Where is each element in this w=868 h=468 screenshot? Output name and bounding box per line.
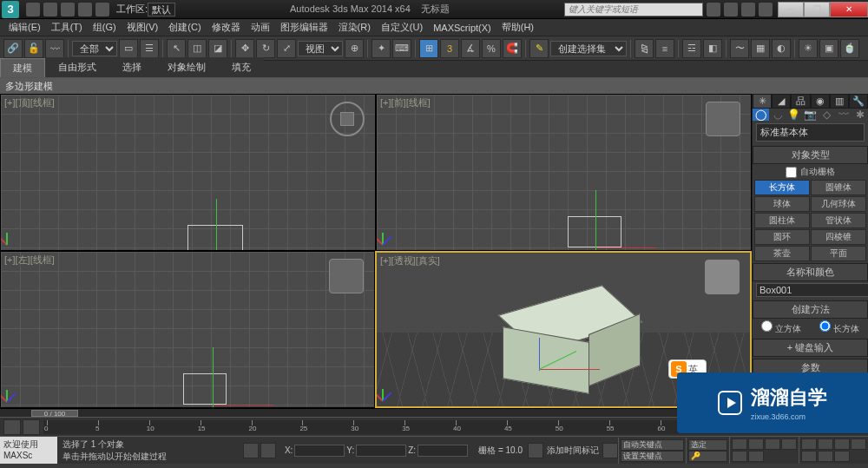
play-icon[interactable] — [765, 438, 780, 450]
pan-icon[interactable] — [801, 451, 817, 462]
modify-tab-icon[interactable]: ◢ — [772, 94, 791, 109]
help-search-input[interactable] — [564, 3, 703, 16]
menu-tools[interactable]: 工具(T) — [46, 21, 88, 34]
utilities-tab-icon[interactable]: 🔧 — [849, 94, 868, 109]
viewport-top[interactable]: [+][顶][线框] — [0, 94, 376, 251]
menu-create[interactable]: 创建(C) — [163, 21, 206, 34]
close-button[interactable]: ✕ — [830, 2, 868, 17]
snap-toggle-icon[interactable]: ⊞ — [419, 39, 438, 58]
create-tab-icon[interactable]: ✳ — [753, 94, 772, 109]
tab-freeform[interactable]: 自由形式 — [45, 57, 109, 77]
viewport-top-label[interactable]: [+][顶][线框] — [4, 96, 55, 109]
isolate-selection-icon[interactable] — [243, 443, 259, 458]
move-icon[interactable]: ✥ — [235, 39, 254, 58]
menu-customize[interactable]: 自定义(U) — [376, 21, 428, 34]
render-setup-icon[interactable]: ☀ — [799, 39, 818, 58]
teapot-button[interactable]: 茶壶 — [754, 246, 810, 261]
snap-options-icon[interactable]: 🧲 — [503, 39, 522, 58]
box-wireframe-front[interactable] — [568, 216, 621, 247]
geometry-icon[interactable]: ◯ — [753, 109, 769, 121]
viewcube-left[interactable] — [329, 259, 364, 293]
key-mode-icon[interactable]: 🔑 — [688, 451, 727, 462]
qat-open-icon[interactable] — [43, 3, 57, 16]
menu-graph-editors[interactable]: 图形编辑器 — [275, 21, 333, 34]
rendered-frame-icon[interactable]: ▣ — [819, 39, 838, 58]
rollout-object-type[interactable]: 对象类型 — [753, 146, 868, 164]
keyboard-shortcut-icon[interactable]: ⌨ — [392, 39, 411, 58]
add-time-tag[interactable]: 添加时间标记 — [543, 445, 602, 457]
zoom-all-icon[interactable] — [818, 438, 833, 450]
edit-selection-set-icon[interactable]: ✎ — [529, 39, 549, 58]
shapes-icon[interactable]: ◡ — [769, 109, 786, 121]
select-region-icon[interactable]: ◫ — [187, 39, 207, 58]
angle-snap-icon[interactable]: 3 — [440, 39, 459, 58]
viewport-left-label[interactable]: [+][左][线框] — [4, 254, 55, 267]
select-icon[interactable]: ▭ — [119, 39, 138, 58]
box-wireframe-left[interactable] — [183, 373, 227, 405]
maximize-viewport-icon[interactable] — [834, 451, 850, 462]
autokey-button[interactable]: 自动关键点 — [621, 439, 684, 451]
tab-populate[interactable]: 填充 — [219, 57, 264, 77]
select-object-icon[interactable]: ↖ — [167, 39, 186, 58]
workspace-selector[interactable]: 默认 — [148, 3, 175, 16]
zoom-extents-all-icon[interactable] — [851, 438, 866, 450]
viewcube-top[interactable] — [330, 102, 365, 136]
scale-icon[interactable]: ⤢ — [277, 39, 296, 58]
y-coord-input[interactable] — [356, 445, 406, 457]
viewcube-front[interactable] — [706, 102, 740, 136]
viewport-persp-label[interactable]: [+][透视][真实] — [380, 254, 440, 267]
timeline-config-icon[interactable] — [23, 419, 40, 435]
cone-button[interactable]: 圆锥体 — [811, 180, 866, 195]
spacewarps-icon[interactable]: 〰 — [835, 109, 852, 121]
schematic-view-icon[interactable]: ▦ — [751, 39, 770, 58]
mini-curve-editor-icon[interactable] — [3, 419, 21, 435]
maxscript-listener[interactable]: 欢迎使用 MAXSc — [0, 437, 57, 464]
bind-space-warp-icon[interactable]: 〰 — [45, 39, 64, 58]
align-icon[interactable]: ≡ — [655, 39, 674, 58]
viewcube-persp[interactable] — [705, 260, 740, 294]
layer-manager-icon[interactable]: ☲ — [682, 39, 701, 58]
box-radio[interactable]: 长方体 — [819, 320, 859, 335]
x-coord-input[interactable] — [294, 445, 345, 457]
signin-icon[interactable] — [724, 3, 738, 16]
viewport-front[interactable]: [+][前][线框] — [376, 94, 752, 251]
rollout-creation-method[interactable]: 创建方法 — [753, 300, 868, 319]
key-filters-button[interactable]: 选定 — [688, 439, 727, 451]
manipulate-icon[interactable]: ✦ — [372, 39, 391, 58]
zoom-icon[interactable] — [801, 438, 817, 450]
viewport-left[interactable]: [+][左][线框] — [0, 251, 375, 408]
selection-lock-icon[interactable] — [260, 443, 276, 458]
torus-button[interactable]: 圆环 — [754, 229, 810, 245]
unlink-icon[interactable]: 🔓 — [24, 39, 43, 58]
graphite-icon[interactable]: ◧ — [703, 39, 722, 58]
sphere-button[interactable]: 球体 — [754, 196, 810, 212]
tab-modeling[interactable]: 建模 — [0, 58, 45, 77]
menu-maxscript[interactable]: MAXScript(X) — [428, 23, 496, 33]
help-icon[interactable] — [759, 3, 773, 16]
hierarchy-tab-icon[interactable]: 品 — [791, 94, 810, 109]
pivot-icon[interactable]: ⊕ — [345, 39, 364, 58]
z-coord-input[interactable] — [418, 445, 468, 457]
material-editor-icon[interactable]: ◐ — [772, 39, 791, 58]
selection-filter[interactable]: 全部 — [72, 41, 117, 56]
app-icon[interactable]: 3 — [2, 1, 19, 18]
cube-radio[interactable]: 立方体 — [761, 320, 801, 335]
prev-frame-icon[interactable] — [748, 438, 764, 450]
tab-selection[interactable]: 选择 — [109, 57, 155, 77]
plane-button[interactable]: 平面 — [811, 246, 866, 261]
setkey-button[interactable]: 设置关键点 — [621, 451, 684, 462]
rotate-icon[interactable]: ↻ — [256, 39, 275, 58]
qat-new-icon[interactable] — [26, 3, 40, 16]
pyramid-button[interactable]: 四棱锥 — [811, 229, 866, 245]
menu-animation[interactable]: 动画 — [246, 21, 275, 34]
systems-icon[interactable]: ✱ — [852, 109, 868, 121]
qat-undo-icon[interactable] — [78, 3, 92, 16]
orbit-icon[interactable] — [818, 451, 833, 462]
minimize-button[interactable]: ─ — [778, 2, 804, 17]
menu-render[interactable]: 渲染(R) — [333, 21, 376, 34]
display-tab-icon[interactable]: ▥ — [830, 94, 849, 109]
geosphere-button[interactable]: 几何球体 — [811, 196, 866, 212]
qat-redo-icon[interactable] — [95, 3, 109, 16]
tube-button[interactable]: 管状体 — [811, 213, 866, 228]
select-name-icon[interactable]: ☰ — [140, 39, 159, 58]
